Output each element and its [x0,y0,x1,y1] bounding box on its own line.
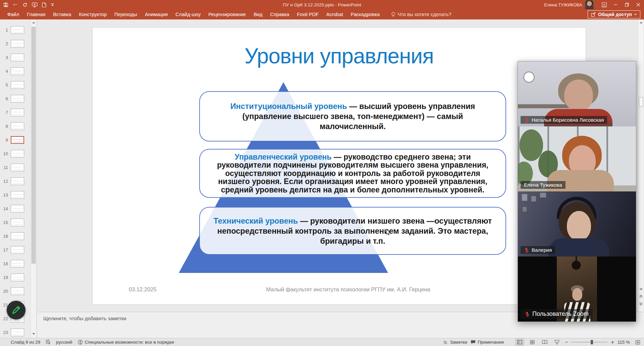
spell-check-icon[interactable] [46,340,51,345]
restore-button[interactable] [621,0,633,9]
zoom-level[interactable]: 115 % [618,340,630,345]
slide-thumbnail-image[interactable] [11,136,24,144]
customize-quick-access-icon[interactable] [51,3,54,7]
save-icon[interactable] [3,2,8,7]
slide-thumbnail-16[interactable]: 16 [0,231,31,241]
tab-слайд-шоу[interactable]: Слайд-шоу [172,9,205,19]
slide-thumbnail-image[interactable] [11,177,24,185]
tell-me-box[interactable]: Что вы хотите сделать? [391,12,451,17]
slide-thumbnail-9[interactable]: 9 [0,135,31,145]
level-box-technical[interactable]: Технический уровень — руководители низше… [199,207,506,255]
thumbnail-scrollbar[interactable] [31,19,36,338]
accessibility-checker[interactable]: Специальные возможности: все в порядке [78,340,174,345]
next-slide-icon[interactable] [639,301,643,306]
annotation-pencil-button[interactable] [7,301,25,320]
tab-анимация[interactable]: Анимация [141,9,171,19]
tab-вид[interactable]: Вид [250,9,266,19]
slide-thumbnail-image[interactable] [11,219,24,226]
comments-toggle[interactable]: Примечания [471,340,504,345]
slide-thumbnail-image[interactable] [11,26,24,34]
zoom-slider[interactable] [571,338,607,346]
slide-thumbnail-image[interactable] [11,287,24,295]
slide-thumbnail-image[interactable] [11,81,24,89]
close-button[interactable] [633,0,644,9]
slide-thumbnail-2[interactable]: 2 [0,39,31,49]
previous-slide-icon[interactable] [639,294,643,299]
slide-thumbnail-15[interactable]: 15 [0,217,31,227]
new-file-icon[interactable] [42,2,46,7]
scroll-up-icon[interactable] [31,20,36,25]
slide-thumbnail-13[interactable]: 13 [0,190,31,200]
slide-thumbnail-11[interactable]: 11 [0,162,31,172]
level-box-institutional[interactable]: Институциональный уровень — высший урове… [199,91,506,141]
level-box-managerial[interactable]: Управленческий уровень — руководство сре… [199,149,506,198]
slide-thumbnail-7[interactable]: 7 [0,107,31,117]
slide-thumbnail-image[interactable] [11,246,24,254]
slide-thumbnail-image[interactable] [11,40,24,48]
slide-thumbnail-image[interactable] [11,260,24,268]
slide-thumbnail-image[interactable] [11,109,24,116]
slide-thumbnail-image[interactable] [11,232,24,240]
tab-конструктор[interactable]: Конструктор [75,9,111,19]
language-indicator[interactable]: русский [56,340,72,345]
notes-placeholder[interactable]: Щелкните, чтобы добавить заметки [43,315,126,321]
slide-thumbnail-image[interactable] [11,150,24,158]
tab-вставка[interactable]: Вставка [49,9,75,19]
slide-thumbnail-6[interactable]: 6 [0,94,31,104]
account-avatar[interactable] [585,0,594,9]
slide-thumbnail-image[interactable] [11,122,24,130]
ribbon-display-options-icon[interactable] [598,0,610,9]
slide-thumbnail-10[interactable]: 10 [0,149,31,159]
share-button[interactable]: Общий доступ [588,10,640,18]
notes-toggle[interactable]: Заметки [443,340,467,345]
slide-thumbnail-14[interactable]: 14 [0,204,31,214]
thumbnail-scrollbar-thumb[interactable] [32,27,36,264]
slide-thumbnail-4[interactable]: 4 [0,66,31,76]
video-tile[interactable]: Пользователь Zoom [518,256,636,322]
undo-icon[interactable] [13,2,18,7]
slide-canvas[interactable]: Уровни управления Институциональный уров… [93,27,586,304]
slide-sorter-view-button[interactable] [528,338,537,346]
slide-thumbnail-image[interactable] [11,54,24,61]
zoom-in-button[interactable]: + [611,339,614,345]
tab-справка[interactable]: Справка [266,9,293,19]
video-tile[interactable]: Валерия [518,191,636,256]
minimize-button[interactable] [610,0,621,9]
tab-файл[interactable]: Файл [3,9,23,19]
slide-thumbnail-19[interactable]: 19 [0,272,31,282]
tab-рецензирование[interactable]: Рецензирование [205,9,250,19]
account-user-name[interactable]: Елена ТУЖИКОВА [544,2,582,7]
video-tile[interactable]: Наталья Борисовна Лисовская [518,61,636,126]
slide-thumbnail-18[interactable]: 18 [0,258,31,269]
slide-thumbnail-5[interactable]: 5 [0,80,31,90]
scroll-down-icon[interactable] [639,287,643,292]
slide-thumbnail-20[interactable]: 20 [0,286,31,296]
redo-icon[interactable] [22,2,28,7]
tab-раскадровка[interactable]: Раскадровка [347,9,383,19]
tab-foxit-pdf[interactable]: Foxit PDF [293,9,322,19]
slide-thumbnail-1[interactable]: 1 [0,25,31,35]
slide-thumbnail-image[interactable] [11,95,24,103]
slideshow-view-button[interactable] [552,338,561,346]
slide-thumbnail-23[interactable]: 23 [0,327,31,337]
tab-acrobat[interactable]: Acrobat [322,9,347,19]
slide-thumbnail-image[interactable] [11,205,24,213]
slide-thumbnail-17[interactable]: 17 [0,245,31,255]
tab-переходы[interactable]: Переходы [110,9,141,19]
slide-thumbnail-12[interactable]: 12 [0,176,31,186]
slide-thumbnail-image[interactable] [11,274,24,281]
fit-slide-to-window-button[interactable] [633,338,642,346]
tab-главная[interactable]: Главная [23,9,49,19]
slide-position-indicator[interactable]: Слайд 9 из 29 [11,340,40,345]
zoom-out-button[interactable]: − [565,339,568,345]
slide-thumbnail-image[interactable] [11,191,24,199]
slide-thumbnail-image[interactable] [11,67,24,75]
slide-thumbnail-3[interactable]: 3 [0,52,31,62]
slide-heading[interactable]: Уровни управления [93,44,586,68]
zoom-slider-thumb[interactable] [591,340,593,344]
slide-thumbnail-8[interactable]: 8 [0,121,31,131]
editor-scrollbar[interactable] [638,19,643,312]
editor-scrollbar-thumb[interactable] [639,97,643,107]
video-tile[interactable]: Елена Тужикова [518,126,636,191]
slide-thumbnail-image[interactable] [11,329,24,336]
